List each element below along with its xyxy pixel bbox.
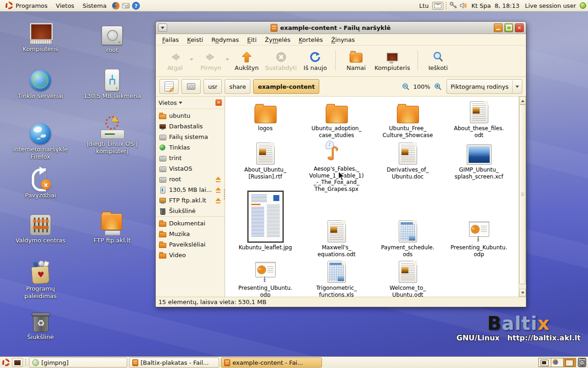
- key-icon[interactable]: [449, 1, 458, 10]
- vertical-scrollbar[interactable]: [519, 97, 526, 297]
- file-item[interactable]: About_these_files. odt: [443, 101, 514, 143]
- desktop-icon-firefox[interactable]: Interneto naršyklė Firefox: [13, 121, 68, 161]
- applet-handle[interactable]: [445, 2, 447, 9]
- path-button-example-content[interactable]: example-content: [253, 79, 319, 94]
- sidebar-item[interactable]: Darbastalis: [156, 121, 225, 132]
- workspace-3-active[interactable]: [564, 358, 576, 367]
- close-button[interactable]: ✕: [515, 23, 524, 32]
- sidebar-item[interactable]: Šiukšlinė: [156, 206, 225, 217]
- file-item[interactable]: Kubuntu_leaflet.jpg: [230, 191, 301, 264]
- menu-item-1[interactable]: Failas: [158, 35, 182, 44]
- sidebar-item[interactable]: 130,5 MB lai...: [156, 184, 225, 195]
- sidebar-item[interactable]: trint: [156, 153, 225, 163]
- system-menu[interactable]: Sistema: [79, 1, 110, 10]
- forward-history-chevron[interactable]: [226, 58, 229, 63]
- show-desktop-button[interactable]: [12, 358, 23, 367]
- sidebar-item[interactable]: Dokumentai: [156, 218, 225, 229]
- desktop-icon-network-servers[interactable]: Tinklo serveriai: [13, 67, 68, 100]
- scroll-down-button[interactable]: [519, 289, 526, 297]
- desktop-icon-control-center[interactable]: Valdymo centras: [13, 212, 68, 244]
- menu-item-6[interactable]: Kortelės: [295, 35, 327, 44]
- desktop-icon-trash[interactable]: ♻ Šiukšlinė: [13, 308, 68, 341]
- user-status-icon[interactable]: [580, 2, 586, 9]
- scrollbar-thumb[interactable]: [519, 104, 526, 284]
- edit-location-button[interactable]: [159, 79, 179, 94]
- home-button[interactable]: Namai: [340, 49, 372, 72]
- scroll-up-button[interactable]: [519, 97, 526, 104]
- up-button[interactable]: Aukštyn: [231, 49, 262, 72]
- path-button-usr[interactable]: usr: [204, 79, 222, 94]
- scrollbar-track[interactable]: [519, 104, 526, 289]
- sidebar-item[interactable]: Paveikslėliai: [156, 239, 225, 250]
- forward-button[interactable]: Pirmyn: [195, 49, 226, 72]
- menu-item-7[interactable]: Žinynas: [328, 35, 358, 44]
- filesystem-root-button[interactable]: [181, 79, 201, 94]
- zoom-in-icon[interactable]: [434, 82, 442, 91]
- sidebar-close-button[interactable]: ✕: [215, 99, 222, 106]
- places-menu[interactable]: Vietos: [53, 1, 78, 10]
- reload-button[interactable]: Iš naujo: [300, 49, 331, 72]
- file-item[interactable]: ♪♪Aesop's_Fables,_ Volume_1_(Fable_1) _-…: [301, 143, 372, 191]
- file-item[interactable]: About_Ubuntu_ [Russian].rtf: [230, 143, 301, 191]
- minimize-button[interactable]: [494, 23, 503, 32]
- workspace-1[interactable]: [539, 358, 551, 367]
- workspace-2[interactable]: [551, 358, 564, 367]
- keyboard-layout-indicator[interactable]: Ltu: [418, 2, 431, 9]
- path-button-share[interactable]: share: [225, 79, 250, 94]
- window-menu-button[interactable]: [158, 23, 167, 32]
- desktop-icon-add-applications[interactable]: ♥ Programų paleidimas: [13, 260, 68, 300]
- clock[interactable]: Kt Spa 8, 18:13: [469, 2, 521, 9]
- menu-item-3[interactable]: Rodymas: [208, 35, 243, 44]
- workspace-switcher[interactable]: [538, 358, 576, 367]
- stop-button[interactable]: Sustabdyti: [262, 49, 300, 72]
- maximize-button[interactable]: [504, 23, 513, 32]
- desktop-icon-install-linux[interactable]: Įdiegti Linux OS į kompiuterį: [78, 115, 147, 155]
- view-mode-select[interactable]: Piktogramų rodinys: [447, 79, 522, 94]
- applications-menu[interactable]: Programos: [2, 0, 51, 11]
- desktop-icon-computer[interactable]: Kompiuteris: [13, 20, 68, 53]
- file-item[interactable]: Welcome_to_ Ubuntu.odt: [372, 264, 443, 297]
- eject-button[interactable]: [215, 187, 221, 193]
- firefox-launcher-icon[interactable]: [112, 1, 120, 10]
- desktop-icon-examples[interactable]: x Pavyzdžiai: [13, 167, 68, 199]
- sidebar-item[interactable]: Failų sistema: [156, 132, 225, 142]
- mail-notification-icon[interactable]: [432, 2, 443, 10]
- sidebar-item[interactable]: VistaOS: [156, 163, 225, 174]
- mail-launcher-icon[interactable]: [122, 1, 130, 10]
- trash-applet-icon[interactable]: ♻: [578, 358, 586, 367]
- menu-item-4[interactable]: Eiti: [243, 35, 260, 44]
- file-item[interactable]: Ubuntu_Free_ Culture_Showcase: [372, 101, 443, 143]
- task-example-content[interactable]: example-content - Fai...: [221, 357, 322, 368]
- back-button[interactable]: Atgal: [159, 49, 191, 72]
- file-item[interactable]: Derivatives_of_ Ubuntu.doc: [372, 143, 443, 191]
- volume-icon[interactable]: [459, 1, 468, 10]
- sidebar-item[interactable]: FTP ftp.akl.lt: [156, 195, 225, 206]
- sidebar-item[interactable]: Tinklas: [156, 142, 225, 153]
- file-item[interactable]: Maxwell's_ equations.odt: [301, 191, 372, 264]
- task-gimp[interactable]: [gimpng]: [29, 357, 127, 368]
- menu-item-2[interactable]: Keisti: [183, 35, 207, 44]
- sidebar-item[interactable]: Video: [156, 250, 225, 260]
- desktop-icon-ftp[interactable]: FTP ftp.akl.lt: [85, 212, 140, 244]
- back-history-chevron[interactable]: [190, 58, 193, 63]
- task-baltix-plakatas[interactable]: [Baltix-plakatas - Fail...: [129, 357, 219, 368]
- file-item[interactable]: Ubuntu_adoption_ case_studies: [301, 101, 372, 143]
- sidebar-item[interactable]: ubuntu: [156, 110, 225, 121]
- menu-item-5[interactable]: Žymelės: [261, 35, 294, 44]
- help-launcher-icon[interactable]: ?: [132, 1, 140, 10]
- sidebar-item[interactable]: Muzika: [156, 229, 225, 239]
- file-item[interactable]: Presenting_Kubuntu. odp: [443, 191, 514, 264]
- search-button[interactable]: Ieškoti: [423, 49, 454, 72]
- zoom-out-icon[interactable]: [401, 82, 410, 91]
- applet-handle[interactable]: [25, 359, 27, 366]
- user-switcher[interactable]: Live session user: [523, 2, 578, 9]
- computer-button[interactable]: Kompiuteris: [372, 49, 413, 72]
- desktop-icon-root[interactable]: root: [85, 21, 140, 54]
- desktop-icon-usb-media[interactable]: 130,5 MB laikmena: [75, 67, 149, 100]
- eject-button[interactable]: [215, 177, 221, 182]
- titlebar[interactable]: example-content - Failų naršyklė ✕: [156, 22, 526, 34]
- file-item[interactable]: Presenting_Ubuntu. odp: [230, 264, 301, 297]
- file-item[interactable]: GIMP_Ubuntu_ splash_screen.xcf: [443, 143, 514, 191]
- file-item[interactable]: logos: [230, 101, 301, 143]
- file-item[interactable]: Trigonometric_ functions.xls: [301, 264, 372, 297]
